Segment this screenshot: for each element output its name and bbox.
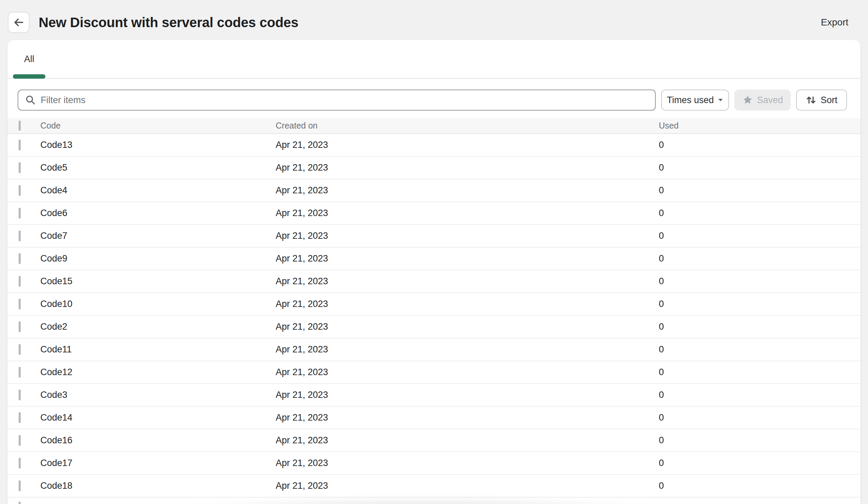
back-arrow-icon [13, 17, 24, 28]
created-on-cell: Apr 21, 2023 [276, 390, 659, 400]
column-header-used: Used [659, 121, 860, 131]
export-button[interactable]: Export [821, 17, 848, 28]
row-checkbox[interactable] [19, 390, 21, 400]
used-cell: 0 [659, 435, 860, 446]
code-cell: Code17 [40, 458, 276, 469]
code-cell: Code13 [40, 140, 276, 150]
table-row[interactable]: Code13Apr 21, 20230 [8, 134, 860, 157]
code-cell: Code4 [40, 185, 276, 196]
table-row[interactable]: Code7Apr 21, 20230 [8, 225, 860, 248]
row-checkbox[interactable] [19, 412, 21, 423]
filter-field[interactable] [18, 90, 656, 111]
row-checkbox[interactable] [19, 344, 21, 355]
select-all-checkbox[interactable] [19, 121, 21, 131]
times-used-label: Times used [667, 95, 714, 105]
search-icon [25, 95, 36, 105]
row-checkbox[interactable] [19, 140, 21, 150]
code-cell: Code12 [40, 367, 276, 378]
code-cell: Code9 [40, 253, 276, 264]
page-header: New Discount with serveral codes codes E… [0, 0, 868, 33]
table-row[interactable]: Code3Apr 21, 20230 [8, 384, 860, 407]
created-on-cell: Apr 21, 2023 [276, 458, 659, 469]
row-checkbox[interactable] [19, 253, 21, 264]
created-on-cell: Apr 21, 2023 [276, 344, 659, 355]
table-row[interactable]: Code17Apr 21, 20230 [8, 452, 860, 475]
tab-bar: All [8, 40, 860, 79]
code-cell: Code7 [40, 230, 276, 241]
created-on-cell: Apr 21, 2023 [276, 481, 659, 491]
used-cell: 0 [659, 208, 860, 218]
table-row[interactable]: Code10Apr 21, 20230 [8, 293, 860, 316]
table-row[interactable]: Code16Apr 21, 20230 [8, 429, 860, 452]
row-checkbox[interactable] [19, 163, 21, 173]
row-checkbox[interactable] [19, 230, 21, 241]
used-cell: 0 [659, 412, 860, 423]
saved-label: Saved [757, 95, 783, 105]
used-cell: 0 [659, 276, 860, 287]
row-checkbox[interactable] [19, 208, 21, 218]
used-cell: 0 [659, 458, 860, 469]
back-button[interactable] [8, 12, 30, 33]
code-cell: Code2 [40, 321, 276, 332]
row-checkbox[interactable] [19, 276, 21, 287]
row-checkbox[interactable] [19, 367, 21, 378]
table-row[interactable]: Code2Apr 21, 20230 [8, 316, 860, 339]
used-cell: 0 [659, 299, 860, 309]
used-cell: 0 [659, 367, 860, 378]
code-cell: Code3 [40, 390, 276, 400]
page-title: New Discount with serveral codes codes [39, 15, 298, 30]
code-cell: Code14 [40, 412, 276, 423]
code-cell: Code6 [40, 208, 276, 218]
used-cell: 0 [659, 230, 860, 241]
created-on-cell: Apr 21, 2023 [276, 140, 659, 150]
row-checkbox[interactable] [19, 321, 21, 332]
used-cell: 0 [659, 390, 860, 400]
created-on-cell: Apr 21, 2023 [276, 163, 659, 173]
used-cell: 0 [659, 253, 860, 264]
created-on-cell: Apr 21, 2023 [276, 230, 659, 241]
table-row[interactable]: Code14Apr 21, 20230 [8, 407, 860, 429]
table-row[interactable]: Code12Apr 21, 20230 [8, 361, 860, 384]
active-tab-underline [13, 74, 45, 79]
table-row[interactable]: Code11Apr 21, 20230 [8, 339, 860, 361]
table-row[interactable]: Code4Apr 21, 20230 [8, 179, 860, 202]
tab-all-label: All [24, 54, 34, 64]
sort-label: Sort [820, 95, 837, 105]
star-icon [742, 95, 753, 105]
chevron-down-icon [718, 99, 723, 102]
created-on-cell: Apr 21, 2023 [276, 412, 659, 423]
row-checkbox[interactable] [19, 185, 21, 196]
saved-button[interactable]: Saved [734, 90, 791, 111]
tab-all[interactable]: All [13, 40, 45, 78]
created-on-cell: Apr 21, 2023 [276, 367, 659, 378]
table-row[interactable]: Code6Apr 21, 20230 [8, 202, 860, 225]
table-row[interactable]: Code18Apr 21, 20230 [8, 475, 860, 497]
table-row[interactable]: Code9Apr 21, 20230 [8, 248, 860, 270]
used-cell: 0 [659, 344, 860, 355]
created-on-cell: Apr 21, 2023 [276, 185, 659, 196]
used-cell: 0 [659, 185, 860, 196]
code-cell: Code16 [40, 435, 276, 446]
used-cell: 0 [659, 321, 860, 332]
filter-input[interactable] [41, 95, 648, 105]
row-checkbox[interactable] [19, 502, 21, 504]
sort-arrows-icon [806, 95, 816, 105]
code-cell: Code11 [40, 344, 276, 355]
created-on-cell: Apr 21, 2023 [276, 435, 659, 446]
used-cell: 0 [659, 140, 860, 150]
table-row[interactable]: Code15Apr 21, 20230 [8, 270, 860, 293]
row-checkbox[interactable] [19, 458, 21, 469]
times-used-dropdown[interactable]: Times used [661, 90, 729, 111]
column-header-created-on: Created on [276, 121, 659, 131]
created-on-cell: Apr 21, 2023 [276, 321, 659, 332]
table-row[interactable]: Code5Apr 21, 20230 [8, 157, 860, 179]
code-cell: Code5 [40, 163, 276, 173]
code-cell: Code18 [40, 481, 276, 491]
row-checkbox[interactable] [19, 299, 21, 309]
table-header: Code Created on Used [8, 118, 860, 134]
row-checkbox[interactable] [19, 435, 21, 446]
sort-button[interactable]: Sort [796, 90, 847, 111]
row-checkbox[interactable] [19, 481, 21, 491]
code-cell: Code10 [40, 299, 276, 309]
table-row-partial[interactable] [8, 497, 860, 504]
